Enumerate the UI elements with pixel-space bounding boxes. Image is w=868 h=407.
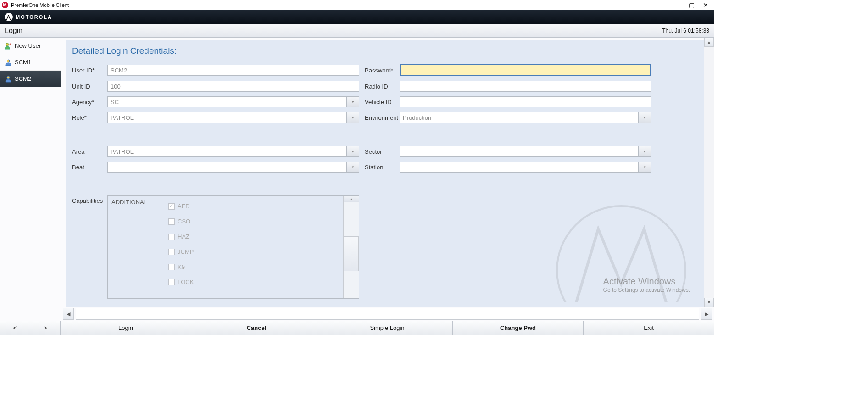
change-pwd-button[interactable]: Change Pwd <box>453 321 584 335</box>
scroll-up-button[interactable]: ▲ <box>704 38 714 47</box>
label-sector: Sector <box>365 148 400 155</box>
environment-combo-button[interactable] <box>638 112 651 123</box>
station-combo[interactable] <box>400 162 638 173</box>
capability-k9[interactable]: K9 <box>168 259 343 274</box>
scroll-track[interactable] <box>344 202 359 298</box>
form-title: Detailed Login Credentials: <box>72 46 697 56</box>
area-combo-button[interactable] <box>346 146 359 157</box>
sidebar-item-label: New User <box>15 42 41 49</box>
label-vehicle-id: Vehicle ID <box>365 99 400 106</box>
app-title: PremierOne Mobile Client <box>11 2 674 8</box>
login-button[interactable]: Login <box>61 321 191 335</box>
label-capabilities: Capabilities <box>72 195 107 299</box>
scroll-down-button[interactable]: ▼ <box>704 298 714 307</box>
window-titlebar: PremierOne Mobile Client — ▢ ✕ <box>0 0 714 10</box>
label-beat: Beat <box>72 164 107 171</box>
svg-point-0 <box>6 43 9 46</box>
content-area: Detailed Login Credentials: User ID* Pas… <box>61 38 714 321</box>
next-button[interactable]: > <box>30 321 61 335</box>
scroll-up-icon[interactable]: ▲ <box>344 196 359 202</box>
station-combo-button[interactable] <box>638 162 651 173</box>
prev-button[interactable]: < <box>0 321 30 335</box>
unit-id-input[interactable] <box>107 81 359 92</box>
page-datetime: Thu, Jul 6 01:58:33 <box>662 28 709 34</box>
capability-label: JUMP <box>178 248 194 255</box>
agency-combo[interactable] <box>107 96 346 107</box>
capability-haz[interactable]: HAZ <box>168 229 343 244</box>
brand-bar: ⋀ MOTOROLA <box>0 10 714 24</box>
capabilities-list: AED CSO HAZ JUMP K9 LOCK <box>168 196 343 298</box>
scroll-left-button[interactable]: ◀ <box>63 308 74 320</box>
role-combo-button[interactable] <box>346 112 359 123</box>
label-area: Area <box>72 148 107 155</box>
sidebar-item-label: SCM2 <box>15 75 31 82</box>
beat-combo[interactable] <box>107 162 346 173</box>
exit-button[interactable]: Exit <box>584 321 714 335</box>
agency-combo-button[interactable] <box>346 96 359 107</box>
page-header: Login Thu, Jul 6 01:58:33 <box>0 24 714 38</box>
sidebar: + New User SCM1 SCM2 <box>0 38 61 321</box>
capability-jump[interactable]: JUMP <box>168 244 343 259</box>
capability-lock[interactable]: LOCK <box>168 274 343 290</box>
capability-cso[interactable]: CSO <box>168 214 343 229</box>
svg-point-3 <box>7 76 10 79</box>
brand-logo: ⋀ MOTOROLA <box>5 13 52 21</box>
maximize-button[interactable]: ▢ <box>689 2 695 8</box>
sidebar-item-label: SCM1 <box>15 59 31 66</box>
horizontal-scrollbar[interactable]: ◀ ▶ <box>61 307 714 321</box>
sidebar-item-scm1[interactable]: SCM1 <box>0 54 61 71</box>
role-combo[interactable] <box>107 112 346 123</box>
login-form: Detailed Login Credentials: User ID* Pas… <box>66 40 704 307</box>
password-input[interactable] <box>400 64 651 76</box>
checkbox-icon[interactable] <box>168 249 175 255</box>
capability-label: K9 <box>178 263 185 270</box>
label-role: Role* <box>72 114 107 121</box>
label-radio-id: Radio ID <box>365 83 400 90</box>
checkbox-icon[interactable] <box>168 264 175 270</box>
checkbox-icon[interactable] <box>168 203 175 210</box>
capabilities-scrollbar[interactable]: ▲ <box>343 196 359 298</box>
beat-combo-button[interactable] <box>346 162 359 173</box>
label-agency: Agency* <box>72 99 107 106</box>
main-area: + New User SCM1 SCM2 Detailed Login Cred… <box>0 38 714 321</box>
motorola-icon: ⋀ <box>5 13 13 21</box>
sector-combo-button[interactable] <box>638 146 651 157</box>
user-icon <box>5 75 12 83</box>
scroll-thumb[interactable] <box>344 236 359 271</box>
svg-point-2 <box>7 60 10 62</box>
vertical-scrollbar[interactable]: ▲ ▼ <box>704 38 714 307</box>
close-button[interactable]: ✕ <box>703 2 708 8</box>
checkbox-icon[interactable] <box>168 218 175 225</box>
capability-label: HAZ <box>178 233 189 240</box>
user-id-input[interactable] <box>107 65 359 76</box>
app-icon <box>2 2 8 8</box>
svg-text:+: + <box>9 42 11 47</box>
sidebar-item-new-user[interactable]: + New User <box>0 38 61 54</box>
checkbox-icon[interactable] <box>168 279 175 285</box>
radio-id-input[interactable] <box>400 81 651 92</box>
label-environment: Environment <box>365 114 400 121</box>
simple-login-button[interactable]: Simple Login <box>322 321 453 335</box>
capability-label: LOCK <box>178 279 194 285</box>
capability-aed[interactable]: AED <box>168 199 343 214</box>
brand-name: MOTOROLA <box>16 14 52 20</box>
new-user-icon: + <box>5 42 12 50</box>
user-icon <box>5 59 12 66</box>
scroll-track[interactable] <box>704 47 714 298</box>
checkbox-icon[interactable] <box>168 234 175 240</box>
label-password: Password* <box>365 67 400 74</box>
vehicle-id-input[interactable] <box>400 96 651 107</box>
capabilities-box: ADDITIONAL AED CSO HAZ JUMP K9 LOCK ▲ <box>107 195 359 299</box>
label-station: Station <box>365 164 400 171</box>
environment-combo[interactable] <box>400 112 638 123</box>
cancel-button[interactable]: Cancel <box>191 321 322 335</box>
capability-label: CSO <box>178 218 190 225</box>
minimize-button[interactable]: — <box>674 2 680 8</box>
scroll-track[interactable] <box>76 308 699 320</box>
area-combo[interactable] <box>107 146 346 157</box>
label-user-id: User ID* <box>72 67 107 74</box>
sidebar-item-scm2[interactable]: SCM2 <box>0 71 61 87</box>
sector-combo[interactable] <box>400 146 638 157</box>
label-unit-id: Unit ID <box>72 83 107 90</box>
scroll-right-button[interactable]: ▶ <box>701 308 712 320</box>
